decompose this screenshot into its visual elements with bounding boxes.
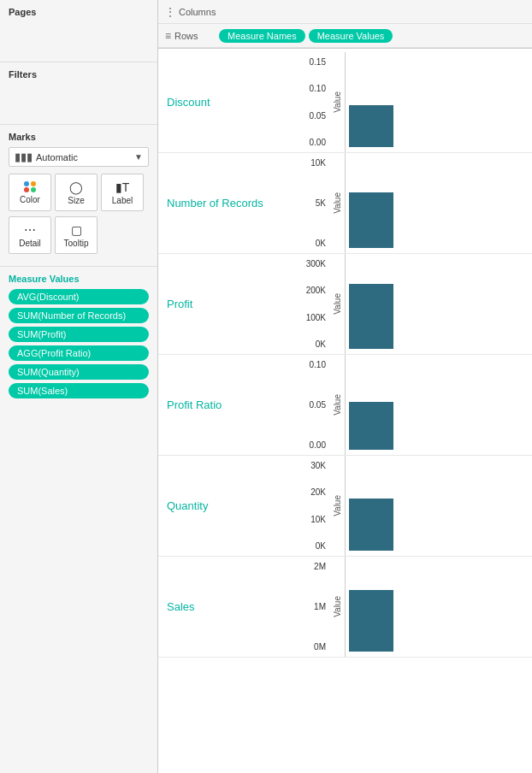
bar-area [345,557,532,657]
chart-row-label: Quantity [158,456,295,556]
rows-label: ≡ Rows [165,30,212,42]
y-axis: 0.150.100.050.00 [295,52,329,152]
detail-label: Detail [19,239,41,248]
size-icon: ◯ [69,180,83,194]
bar [349,402,393,450]
measure-pill[interactable]: SUM(Profit) [9,327,149,342]
bar [349,192,393,248]
y-tick: 0.05 [310,111,326,121]
filters-title: Filters [9,69,149,80]
marks-buttons-row: Color ◯ Size ▮T Label [9,174,149,211]
columns-shelf: ⋮ Columns [158,0,532,24]
measure-pill[interactable]: AVG(Discount) [9,289,149,304]
chart-row-label: Discount [158,52,295,152]
chevron-down-icon: ▼ [134,152,143,162]
detail-icon: ⋯ [24,223,36,237]
size-label: Size [68,196,84,205]
chart-row: Number of Records10K5K0KValue [158,153,532,254]
color-button[interactable]: Color [9,174,51,211]
bar [349,105,393,148]
chart-row-content: 2M1M0MValue [295,557,532,657]
bar-area [345,456,532,556]
color-icon [24,181,36,193]
measure-pill[interactable]: SUM(Number of Records) [9,308,149,323]
y-tick: 0K [316,239,326,248]
right-panel: ⋮ Columns ≡ Rows Measure Names Measure V… [158,0,532,773]
chart-row-content: 300K200K100K0KValue [295,254,532,354]
y-tick: 20K [310,487,326,497]
axis-title: Value [333,495,342,516]
y-axis: 0.100.050.00 [295,355,329,455]
marks-section: Marks ▮▮▮ Automatic ▼ Color ◯ Size ▮T [0,125,157,267]
rows-shelf: ≡ Rows Measure Names Measure Values [158,24,532,48]
bar [349,499,393,551]
chart-row-content: 0.150.100.050.00Value [295,52,532,152]
label-label: Label [112,196,133,205]
detail-button[interactable]: ⋯ Detail [9,216,51,254]
bar [349,590,393,652]
axis-title: Value [333,192,342,214]
axis-title-wrap: Value [329,254,345,354]
columns-label: ⋮ Columns [165,6,216,18]
y-tick: 0K [316,339,326,349]
y-tick: 200K [306,286,326,295]
pills-container: AVG(Discount)SUM(Number of Records)SUM(P… [9,289,149,398]
bar-area [345,153,532,253]
chart-row-content: 0.100.050.00Value [295,355,532,455]
y-tick: 30K [310,461,326,470]
measure-pill[interactable]: AGG(Profit Ratio) [9,345,149,361]
axis-title: Value [333,91,342,113]
measure-names-pill[interactable]: Measure Names [219,29,305,43]
y-tick: 0.00 [310,138,326,147]
chart-row-label: Number of Records [158,153,295,253]
y-axis: 2M1M0M [295,557,329,657]
y-tick: 0.15 [310,57,326,67]
y-tick: 300K [306,259,326,268]
rows-icon: ≡ [165,30,171,42]
marks-type-label: Automatic [36,152,134,162]
bar-area [345,254,532,354]
shelf-area: ⋮ Columns ≡ Rows Measure Names Measure V… [158,0,532,49]
color-label: Color [20,195,40,204]
axis-title-wrap: Value [329,456,345,556]
chart-row-label: Profit [158,254,295,354]
axis-title: Value [333,394,342,416]
marks-buttons-row2: ⋯ Detail ▢ Tooltip [9,216,149,254]
y-tick: 0.10 [310,360,326,369]
filters-body [9,83,149,117]
size-button[interactable]: ◯ Size [55,174,98,211]
y-tick: 0K [316,541,326,551]
bar-area [345,355,532,455]
measure-values-pill[interactable]: Measure Values [309,29,393,43]
chart-row-label: Profit Ratio [158,355,295,455]
pages-body [9,21,149,55]
y-tick: 100K [306,313,326,322]
y-tick: 0.05 [310,400,326,410]
axis-title: Value [333,293,342,315]
chart-row-label: Sales [158,557,295,657]
filters-section: Filters [0,62,157,125]
chart-row: Profit Ratio0.100.050.00Value [158,355,532,456]
y-axis: 10K5K0K [295,153,329,253]
y-tick: 10K [310,158,326,168]
tooltip-button[interactable]: ▢ Tooltip [55,216,98,254]
chart-row: Sales2M1M0MValue [158,557,532,658]
chart-row: Profit300K200K100K0KValue [158,254,532,355]
measure-pill[interactable]: SUM(Quantity) [9,364,149,380]
chart-row-content: 30K20K10K0KValue [295,456,532,556]
y-axis: 30K20K10K0K [295,456,329,556]
pages-section: Pages [0,0,157,62]
label-button[interactable]: ▮T Label [101,174,144,211]
bar-chart-icon: ▮▮▮ [15,150,33,163]
marks-type-dropdown[interactable]: ▮▮▮ Automatic ▼ [9,147,149,167]
axis-title-wrap: Value [329,355,345,455]
chart-row: Quantity30K20K10K0KValue [158,456,532,557]
pages-title: Pages [9,7,149,17]
y-tick: 0M [314,642,326,652]
y-tick: 5K [316,198,326,208]
measure-pill[interactable]: SUM(Sales) [9,383,149,398]
measure-values-section: Measure Values AVG(Discount)SUM(Number o… [0,267,157,773]
tooltip-icon: ▢ [71,223,82,237]
y-tick: 0.00 [310,440,326,450]
chart-area: Discount0.150.100.050.00ValueNumber of R… [158,49,532,773]
